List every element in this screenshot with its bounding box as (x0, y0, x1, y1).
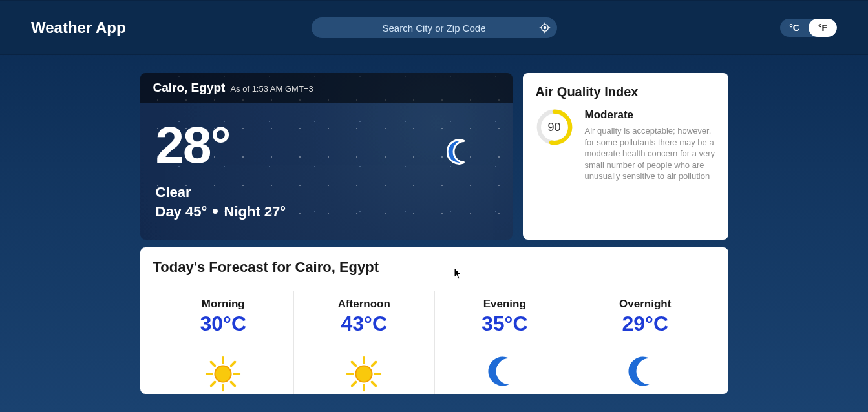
aqi-ring: 90 (536, 108, 573, 146)
night-temp: 27° (264, 203, 286, 220)
moon-icon (435, 354, 575, 389)
current-asof: As of 1:53 AM GMT+3 (230, 84, 313, 94)
forecast-part-temp: 29°C (575, 312, 715, 336)
forecast-column[interactable]: Overnight29°C (575, 291, 715, 394)
night-label: Night (224, 203, 260, 220)
forecast-part-temp: 35°C (435, 312, 575, 336)
sun-icon (153, 354, 294, 394)
forecast-part-label: Morning (153, 298, 294, 311)
forecast-part-temp: 30°C (153, 312, 294, 336)
current-conditions-card: Cairo, Egypt As of 1:53 AM GMT+3 28° Cle… (140, 73, 513, 240)
svg-point-1 (544, 27, 545, 29)
unit-toggle: °C °F (780, 19, 837, 37)
aqi-value: 90 (536, 108, 573, 146)
aqi-description: Air quality is acceptable; however, for … (585, 125, 715, 182)
unit-fahrenheit-button[interactable]: °F (809, 19, 837, 37)
locate-icon[interactable] (539, 22, 551, 34)
unit-celsius-button[interactable]: °C (780, 19, 809, 37)
current-day-night: Day 45° Night 27° (156, 203, 497, 220)
forecast-part-label: Afternoon (294, 298, 434, 311)
forecast-title: Today's Forecast for Cairo, Egypt (153, 259, 715, 276)
forecast-column[interactable]: Evening35°C (434, 291, 575, 394)
aqi-title: Air Quality Index (536, 85, 715, 99)
current-location: Cairo, Egypt (153, 81, 226, 95)
svg-line-15 (231, 362, 235, 366)
day-label: Day (156, 203, 182, 220)
forecast-part-label: Overnight (575, 298, 715, 311)
search-input[interactable] (312, 23, 557, 34)
svg-line-23 (372, 382, 376, 386)
forecast-grid: Morning30°CAfternoon43°CEvening35°COvern… (153, 291, 715, 394)
svg-line-25 (352, 382, 356, 386)
svg-line-24 (372, 362, 376, 366)
forecast-column[interactable]: Morning30°C (153, 291, 294, 394)
svg-point-8 (215, 366, 231, 382)
moon-icon (447, 138, 475, 169)
forecast-column[interactable]: Afternoon43°C (293, 291, 434, 394)
forecast-part-label: Evening (435, 298, 575, 311)
svg-line-13 (211, 362, 215, 366)
svg-point-17 (356, 366, 372, 382)
forecast-card: Today's Forecast for Cairo, Egypt Mornin… (140, 247, 728, 394)
air-quality-card: Air Quality Index 90 Moderate Air qualit… (523, 73, 728, 240)
current-temp: 28° (156, 119, 497, 171)
day-temp: 45° (185, 203, 207, 220)
content-grid: Cairo, Egypt As of 1:53 AM GMT+3 28° Cle… (140, 73, 728, 394)
forecast-part-temp: 43°C (294, 312, 434, 336)
svg-line-16 (211, 382, 215, 386)
app-header: Weather App °C °F (0, 0, 868, 55)
svg-line-22 (352, 362, 356, 366)
svg-line-14 (231, 382, 235, 386)
search-field-wrap[interactable] (312, 17, 557, 38)
moon-icon (575, 354, 715, 389)
aqi-label: Moderate (585, 108, 715, 121)
current-condition: Clear (156, 184, 497, 201)
current-header: Cairo, Egypt As of 1:53 AM GMT+3 (140, 73, 513, 103)
app-title: Weather App (31, 19, 126, 37)
separator-dot (213, 209, 218, 214)
sun-icon (294, 354, 434, 394)
